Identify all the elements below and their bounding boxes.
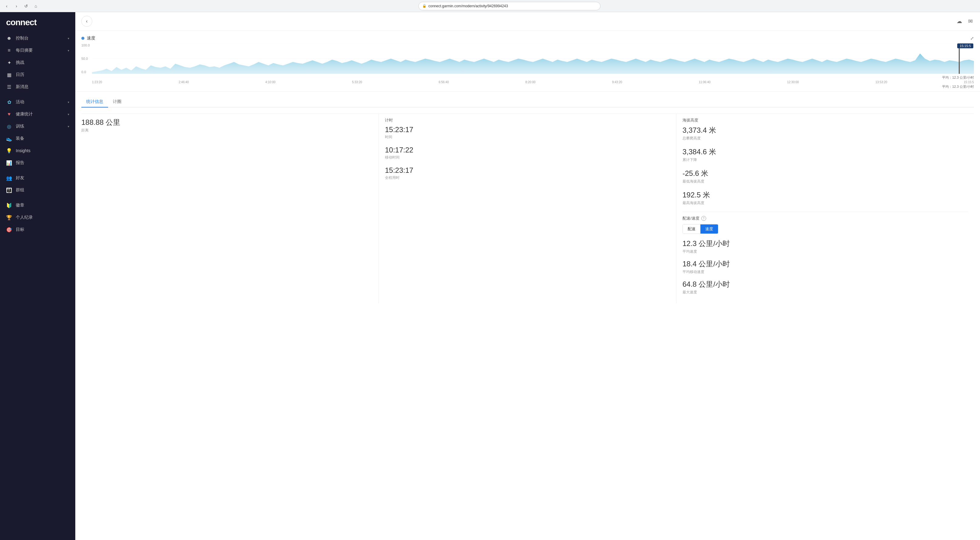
x-label-9: 13:53:20 — [875, 80, 887, 84]
sidebar-item-health[interactable]: ♥ 健康统计 ▾ — [0, 108, 75, 120]
dashboard-icon: ☻ — [6, 35, 12, 41]
back-button[interactable]: ‹ — [3, 2, 10, 10]
x-label-10: 15:15:5 — [964, 80, 974, 84]
chart-header: 速度 ⤢ — [81, 35, 974, 41]
chart-dot — [81, 37, 84, 40]
chart-icon: 📊 — [6, 160, 12, 166]
x-label-8: 12:30:00 — [787, 80, 799, 84]
sidebar-label-reports: 报告 — [16, 160, 24, 166]
inbox-icon[interactable]: ✉ — [967, 17, 974, 26]
info-icon[interactable]: ? — [701, 216, 706, 221]
message-icon: ☰ — [6, 84, 12, 90]
sidebar-label-insights: Insights — [16, 148, 30, 153]
avg-moving-speed-value: 18.4 公里/小时 — [682, 259, 968, 269]
sidebar-label-calendar: 日历 — [16, 72, 24, 78]
stat-avg-speed: 12.3 公里/小时 平均速度 — [682, 239, 968, 254]
app-container: connect ☻ 控制台 ▾ ≡ 每日摘要 ▾ ✦ 挑战 ▦ — [0, 12, 980, 540]
sidebar-item-gear[interactable]: 👟 装备 — [0, 132, 75, 145]
x-label-2: 4:10:00 — [265, 80, 275, 84]
sidebar-item-daily[interactable]: ≡ 每日摘要 ▾ — [0, 45, 75, 56]
forward-button[interactable]: › — [13, 2, 20, 10]
pace-speed-label: 配速/速度 ? — [682, 216, 968, 221]
max-speed-label: 最大速度 — [682, 290, 968, 295]
x-label-6: 9:43:20 — [612, 80, 622, 84]
sidebar-item-messages[interactable]: ☰ 新消息 — [0, 81, 75, 93]
sidebar-label-health: 健康统计 — [16, 112, 33, 117]
lock-icon: 🔒 — [422, 4, 426, 8]
total-ascent-label: 总攀爬高度 — [682, 136, 968, 141]
sidebar-item-reports[interactable]: 📊 报告 — [0, 157, 75, 169]
min-elevation-value: -25.6 米 — [682, 169, 968, 178]
sidebar-item-activities[interactable]: ✿ 活动 ▾ — [0, 96, 75, 108]
time-label: 时间 — [385, 135, 670, 140]
stat-elapsed-time: 15:23:17 全程用时 — [385, 166, 670, 180]
elapsed-time-label: 全程用时 — [385, 175, 670, 180]
y-label-min: 0.0 — [81, 70, 92, 74]
home-button[interactable]: ⌂ — [32, 2, 40, 10]
chart-svg-area: 15:15:5 — [92, 43, 974, 74]
refresh-button[interactable]: ↺ — [22, 2, 30, 10]
calendar-icon: ▦ — [6, 72, 12, 78]
pace-speed-toggle: 配速 速度 — [682, 224, 718, 234]
avg-speed-note: 平均：12.3 公里/小时 — [81, 84, 974, 89]
sidebar-item-groups[interactable]: 👨‍👩‍👧 群组 — [0, 184, 75, 196]
main-content: ‹ ☁ ✉ 速度 ⤢ 100.0 50.0 0.0 — [75, 12, 980, 540]
stat-min-elevation: -25.6 米 最低海拔高度 — [682, 169, 968, 184]
elapsed-time-value: 15:23:17 — [385, 166, 670, 175]
moving-time-label: 移动时间 — [385, 155, 670, 160]
sidebar-item-friends[interactable]: 👥 好友 — [0, 172, 75, 184]
chevron-down-icon: ▾ — [68, 125, 69, 128]
x-label-1: 2:46:40 — [178, 80, 189, 84]
sidebar-label-gear: 装备 — [16, 136, 24, 141]
sidebar-item-challenges[interactable]: ✦ 挑战 — [0, 56, 75, 68]
stat-avg-moving-speed: 18.4 公里/小时 平均移动速度 — [682, 259, 968, 274]
tab-stats[interactable]: 统计信息 — [81, 97, 108, 108]
stat-max-speed: 64.8 公里/小时 最大速度 — [682, 279, 968, 295]
expand-icon[interactable]: ⤢ — [970, 36, 974, 41]
pace-toggle-button[interactable]: 配速 — [683, 225, 700, 234]
sidebar-item-records[interactable]: 🏆 个人纪录 — [0, 211, 75, 223]
chevron-down-icon: ▾ — [68, 37, 69, 40]
sidebar-label-friends: 好友 — [16, 175, 24, 181]
tab-laps[interactable]: 计圈 — [108, 97, 126, 108]
chevron-down-icon: ▾ — [68, 100, 69, 104]
activity-icon: ✿ — [6, 99, 12, 105]
address-bar[interactable]: 🔒 connect.garmin.com/modern/activity/942… — [418, 2, 600, 10]
sidebar-label-messages: 新消息 — [16, 84, 29, 89]
cloud-upload-icon[interactable]: ☁ — [955, 17, 963, 26]
chart-y-labels: 100.0 50.0 0.0 — [81, 43, 92, 74]
groups-icon: 👨‍👩‍👧 — [6, 187, 12, 193]
stat-total-ascent: 3,373.4 米 总攀爬高度 — [682, 126, 968, 141]
sidebar-item-badges[interactable]: 🔰 徽章 — [0, 199, 75, 211]
avg-moving-speed-label: 平均移动速度 — [682, 269, 968, 274]
chart-title: 速度 — [87, 35, 95, 41]
x-label-3: 5:33:20 — [352, 80, 362, 84]
sidebar-label-records: 个人纪录 — [16, 215, 33, 220]
url-text: connect.garmin.com/modern/activity/94269… — [428, 4, 508, 8]
max-elevation-value: 192.5 米 — [682, 190, 968, 200]
speed-toggle-button[interactable]: 速度 — [700, 225, 718, 234]
y-label-mid: 50.0 — [81, 57, 92, 61]
speed-chart-svg — [92, 43, 974, 74]
trophy-icon: 🏆 — [6, 214, 12, 220]
sidebar-item-training[interactable]: ◎ 训练 ▾ — [0, 120, 75, 132]
sidebar-label-training: 训练 — [16, 124, 24, 129]
chart-title-row: 速度 — [81, 35, 95, 41]
sidebar-item-insights[interactable]: 💡 Insights — [0, 145, 75, 157]
stats-section: 统计信息 计圈 188.88 公里 距离 计时 15:23:17 — [75, 92, 980, 308]
stats-col-distance: 188.88 公里 距离 — [81, 114, 379, 303]
x-label-0: 1:23:20 — [92, 80, 102, 84]
x-label-5: 8:20:00 — [525, 80, 535, 84]
max-speed-value: 64.8 公里/小时 — [682, 279, 968, 289]
total-descent-value: 3,384.6 米 — [682, 147, 968, 157]
target-icon: 🎯 — [6, 226, 12, 233]
sidebar-item-dashboard[interactable]: ☻ 控制台 ▾ — [0, 32, 75, 45]
sidebar-item-calendar[interactable]: ▦ 日历 — [0, 68, 75, 81]
sidebar-item-goals[interactable]: 🎯 目标 — [0, 223, 75, 236]
avg-speed-label: 平均速度 — [682, 249, 968, 254]
distance-value: 188.88 公里 — [81, 118, 372, 127]
y-label-max: 100.0 — [81, 43, 92, 47]
stat-distance: 188.88 公里 距离 — [81, 118, 372, 133]
distance-label: 距离 — [81, 128, 372, 133]
back-button[interactable]: ‹ — [81, 16, 92, 27]
